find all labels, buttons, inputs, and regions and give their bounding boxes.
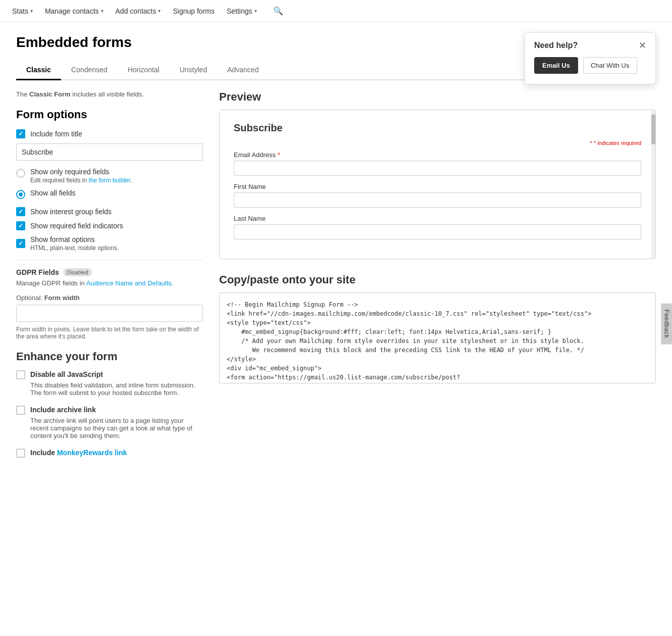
include-form-title-label: Include form title (30, 130, 82, 138)
archive-link-checkbox[interactable] (16, 406, 25, 415)
preview-email-field: Email Address * (234, 151, 641, 176)
show-format-options-label: Show format options (30, 235, 95, 243)
show-only-required-row: Show only required fields Edit required … (16, 168, 203, 184)
feedback-tab[interactable]: Feedback (661, 303, 672, 344)
chevron-down-icon: ▾ (101, 8, 104, 14)
preview-lastname-input (234, 224, 641, 239)
right-column: Preview Subscribe * * indicates required… (219, 90, 656, 383)
tab-unstyled[interactable]: Unstyled (170, 61, 217, 80)
tab-advanced[interactable]: Advanced (217, 61, 269, 80)
tab-horizontal[interactable]: Horizontal (118, 61, 170, 80)
enhance-disable-js: Disable all JavaScript This disables fie… (16, 370, 203, 397)
preview-email-label: Email Address * (234, 151, 641, 159)
show-all-fields-row: Show all fields (16, 189, 203, 199)
archive-link-desc: The archive link will point users to a p… (16, 417, 203, 439)
show-all-fields-radio[interactable] (16, 190, 25, 199)
nav-manage-contacts[interactable]: Manage contacts ▾ (45, 7, 104, 15)
show-format-options-row: ✓ Show format options HTML, plain-text, … (16, 235, 203, 252)
show-required-indicators-checkbox[interactable]: ✓ (16, 221, 25, 230)
preview-firstname-field: First Name (234, 183, 641, 208)
preview-lastname-label: Last Name (234, 215, 641, 222)
form-builder-link[interactable]: the form builder (88, 177, 130, 184)
gdpr-description: Manage GDPR fields in Audience Name and … (16, 279, 203, 287)
preview-email-input (234, 161, 641, 176)
gdpr-title: GDPR Fields (16, 268, 59, 276)
preview-lastname-field: Last Name (234, 215, 641, 239)
preview-box: Subscribe * * indicates required Email A… (219, 110, 656, 259)
include-form-title-checkbox[interactable]: ✓ (16, 129, 25, 138)
content-area: The Classic Form includes all visible fi… (16, 90, 656, 467)
form-options-title: Form options (16, 108, 203, 121)
popup-header: Need help? ✕ (534, 41, 646, 50)
preview-inner: Subscribe * * indicates required Email A… (220, 110, 655, 259)
enhance-monkey-rewards: Include MonkeyRewards link (16, 449, 203, 458)
gdpr-audience-link[interactable]: Audience Name and Defaults (86, 279, 172, 287)
show-required-indicators-row: ✓ Show required field indicators (16, 221, 203, 230)
left-column: The Classic Form includes all visible fi… (16, 90, 203, 467)
nav-stats[interactable]: Stats ▾ (12, 7, 33, 15)
preview-title: Preview (219, 90, 656, 104)
show-format-options-checkbox[interactable]: ✓ (16, 239, 25, 248)
show-required-indicators-label: Show required field indicators (30, 222, 123, 230)
preview-required-note: * * indicates required (234, 140, 641, 146)
nav-signup-forms[interactable]: Signup forms (173, 7, 214, 15)
chevron-down-icon: ▾ (158, 8, 161, 14)
popup-buttons: Email Us Chat With Us (534, 57, 646, 74)
form-title-input[interactable] (16, 143, 203, 161)
code-content: <!-- Begin Mailchimp Signup Form --> <li… (227, 300, 648, 383)
show-interest-group-checkbox[interactable]: ✓ (16, 207, 25, 216)
tab-condensed[interactable]: Condensed (61, 61, 118, 80)
copy-paste-title: Copy/paste onto your site (219, 273, 656, 286)
gdpr-row: GDPR Fields Disabled (16, 268, 203, 276)
include-form-title-row: ✓ Include form title (16, 129, 203, 138)
need-help-popup: Need help? ✕ Email Us Chat With Us (525, 32, 656, 84)
enhance-archive-link: Include archive link The archive link wi… (16, 406, 203, 439)
monkey-rewards-label: Include MonkeyRewards link (30, 449, 127, 457)
chevron-down-icon: ▾ (254, 8, 257, 14)
show-all-fields-label: Show all fields (30, 189, 76, 197)
email-us-button[interactable]: Email Us (534, 57, 578, 74)
archive-link-label: Include archive link (30, 406, 96, 414)
disable-js-checkbox[interactable] (16, 370, 25, 379)
enhance-title: Enhance your form (16, 350, 203, 363)
monkey-rewards-link[interactable]: MonkeyRewards link (57, 449, 127, 457)
form-width-input[interactable] (16, 305, 203, 322)
main-content: Need help? ✕ Email Us Chat With Us Embed… (0, 22, 672, 479)
show-only-required-sublabel: Edit required fields in the form builder… (30, 177, 132, 184)
preview-firstname-label: First Name (234, 183, 641, 190)
search-icon[interactable]: 🔍 (273, 6, 283, 16)
nav-add-contacts[interactable]: Add contacts ▾ (116, 7, 161, 15)
show-interest-group-label: Show interest group fields (30, 208, 112, 216)
form-width-hint: Form width in pixels. Leave blank to let… (16, 326, 203, 340)
tab-classic[interactable]: Classic (16, 61, 61, 80)
disable-js-desc: This disables field validation, and inli… (16, 381, 203, 397)
preview-scrollbar[interactable] (651, 110, 655, 259)
disable-js-label: Disable all JavaScript (30, 370, 103, 378)
preview-firstname-input (234, 192, 641, 208)
close-button[interactable]: ✕ (639, 41, 646, 50)
top-nav: Stats ▾ Manage contacts ▾ Add contacts ▾… (0, 0, 672, 22)
classic-description: The Classic Form includes all visible fi… (16, 90, 203, 98)
monkey-rewards-checkbox[interactable] (16, 449, 25, 458)
code-box[interactable]: <!-- Begin Mailchimp Signup Form --> <li… (219, 292, 656, 383)
gdpr-badge: Disabled (63, 268, 92, 276)
nav-settings[interactable]: Settings ▾ (227, 7, 257, 15)
show-interest-group-row: ✓ Show interest group fields (16, 207, 203, 216)
popup-title: Need help? (534, 41, 578, 50)
form-width-label: Optional: Form width (16, 294, 203, 302)
format-options-sublabel: HTML, plain-text, mobile options. (30, 244, 119, 252)
chat-with-us-button[interactable]: Chat With Us (583, 57, 637, 74)
show-only-required-label: Show only required fields (30, 168, 132, 176)
show-only-required-radio[interactable] (16, 169, 25, 178)
chevron-down-icon: ▾ (30, 8, 33, 14)
preview-form-heading: Subscribe (234, 122, 641, 134)
